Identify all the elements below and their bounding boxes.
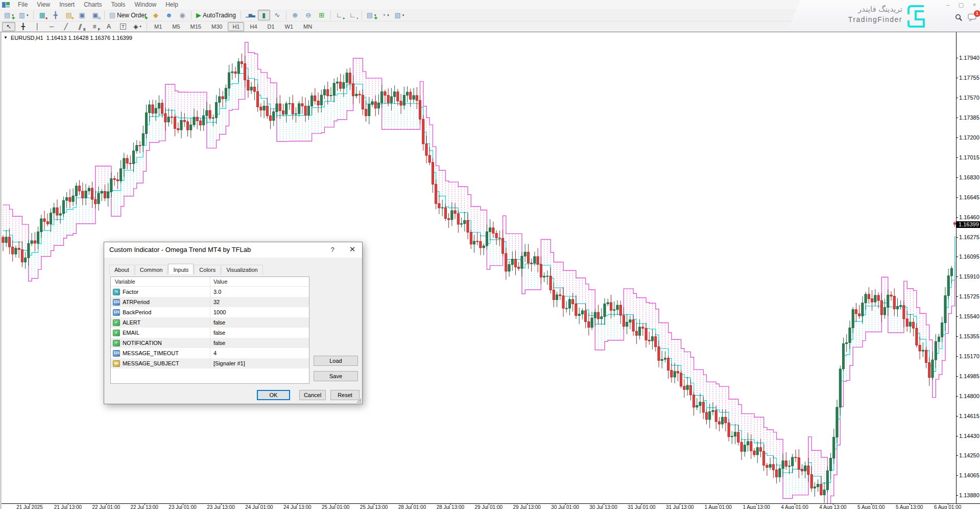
timeframe-w1[interactable]: W1 [280, 22, 298, 31]
bool-type-icon: ✓ [113, 340, 120, 346]
save-button[interactable]: Save [314, 371, 358, 381]
symbol-dropdown-icon[interactable]: ▼ [4, 35, 8, 40]
inputs-table-header: Variable Value [111, 277, 309, 287]
alerts-button[interactable]: ◉ [176, 10, 188, 20]
menu-window[interactable]: Window [130, 1, 161, 8]
crosshair-tool[interactable]: ╋ [16, 22, 30, 31]
close-button[interactable]: × [971, 2, 978, 8]
cancel-button[interactable]: Cancel [299, 390, 326, 400]
tab-common[interactable]: Common [135, 265, 168, 275]
tile-windows-button[interactable]: ⊞ [316, 10, 328, 20]
autotrading-button[interactable]: ▶AutoTrading [194, 10, 238, 20]
value-cell[interactable]: false [210, 328, 309, 338]
bar-chart-mode-icon: ▁▅▃ [246, 13, 255, 17]
auto-scroll-button[interactable]: ∟▪ [347, 10, 359, 20]
input-row-notification[interactable]: ✓NOTIFICATIONfalse [111, 338, 309, 348]
zoom-out-button[interactable]: ⊖ [302, 10, 315, 20]
arrows-tool[interactable]: ◈▾ [131, 22, 144, 31]
resize-grip[interactable] [356, 398, 361, 403]
value-cell[interactable]: [Signaler #1] [210, 358, 309, 368]
chart-shift-button[interactable]: ∟▸ [333, 10, 346, 20]
timeframe-m5[interactable]: M5 [168, 22, 184, 31]
value-cell[interactable]: 4 [210, 348, 309, 358]
time-tick-label: 6 Aug 01:00 [934, 504, 961, 509]
market-watch-button[interactable]: ▦● [36, 10, 49, 20]
reset-button[interactable]: Reset [330, 390, 360, 400]
metaeditor-button[interactable]: ◆ [150, 10, 162, 20]
value-cell[interactable]: false [210, 338, 309, 348]
value-cell[interactable]: 3.0 [210, 287, 309, 297]
text-label-tool[interactable]: T [116, 22, 130, 31]
fibonacci-tool[interactable]: ≡F [88, 22, 101, 31]
candlestick-mode-button[interactable]: ▮ [258, 10, 270, 20]
menu-view[interactable]: View [32, 1, 55, 8]
input-row-factor[interactable]: ½Factor3.0 [111, 287, 309, 297]
zoom-in-button[interactable]: ⊕ [289, 10, 301, 20]
input-row-atrperiod[interactable]: 123ATRPeriod32 [111, 297, 309, 307]
time-axis[interactable]: 21 Jul 202521 Jul 13:0022 Jul 01:0022 Ju… [2, 503, 980, 509]
dialog-help-button[interactable]: ? [324, 242, 341, 258]
restore-button[interactable]: ▢ [958, 2, 965, 8]
bar-chart-mode-button[interactable]: ▁▅▃ [244, 10, 257, 20]
data-window-button[interactable]: ╋ [50, 10, 62, 20]
cursor-tool[interactable]: ↖ [2, 22, 15, 31]
price-tick-label: 1.16460 [959, 214, 979, 220]
menu-file[interactable]: File [13, 1, 32, 8]
input-row-backperiod[interactable]: 123BackPeriod1000 [111, 307, 309, 317]
string-type-icon: ab [113, 360, 120, 367]
strategy-tester-button[interactable]: ▣⊙ [89, 10, 102, 20]
trendline-tool[interactable]: ╱ [59, 22, 73, 31]
time-tick-label: 29 Jul 13:00 [513, 504, 541, 509]
input-row-message_subject[interactable]: abMESSAGE_SUBJECT[Signaler #1] [111, 358, 309, 368]
menu-charts[interactable]: Charts [79, 1, 106, 8]
text-tool[interactable]: A [102, 22, 115, 31]
timeframe-m30[interactable]: M30 [207, 22, 227, 31]
tab-about[interactable]: About [109, 265, 134, 275]
timeframe-h1[interactable]: H1 [228, 22, 244, 31]
terminal-button[interactable]: ▣ [76, 10, 88, 20]
timeframe-m1[interactable]: M1 [150, 22, 166, 31]
navigator-button[interactable]: ▤★ [63, 10, 75, 20]
indicators-button[interactable]: ▤✚▾ [365, 10, 378, 20]
menu-help[interactable]: Help [161, 1, 183, 8]
chat-icon[interactable]: 1 [968, 13, 977, 24]
time-tick-mark [641, 503, 642, 505]
timeframe-h4[interactable]: H4 [245, 22, 261, 31]
dialog-close-button[interactable]: ✕ [343, 242, 362, 258]
tab-colors[interactable]: Colors [194, 265, 221, 275]
community-button[interactable]: ☻ [163, 10, 175, 20]
price-tick-label: 1.14615 [959, 413, 979, 419]
input-row-alert[interactable]: ✓ALERTfalse [111, 317, 309, 328]
time-tick-mark [833, 503, 833, 505]
horizontal-line-tool[interactable]: ─ [45, 22, 58, 31]
value-cell[interactable]: 32 [210, 297, 309, 307]
column-header-variable: Variable [111, 277, 210, 286]
equidistant-channel-tool[interactable]: ∥E [74, 22, 87, 31]
input-row-message_timeout[interactable]: 123MESSAGE_TIMEOUT4 [111, 348, 309, 358]
timeframe-d1[interactable]: D1 [263, 22, 279, 31]
search-icon[interactable] [955, 14, 963, 24]
tab-inputs[interactable]: Inputs [168, 264, 194, 274]
price-tick-label: 1.15170 [959, 353, 979, 359]
time-tick-mark [910, 503, 910, 505]
new-chart-button[interactable]: ▤✚▾ [2, 10, 16, 20]
menu-tools[interactable]: Tools [107, 1, 130, 8]
value-cell[interactable]: 1000 [210, 307, 309, 317]
line-chart-mode-button[interactable]: ∿ [271, 10, 283, 20]
timeframe-m15[interactable]: M15 [186, 22, 206, 31]
price-axis[interactable]: 1.179401.177551.175701.173851.172001.170… [956, 32, 980, 504]
value-cell[interactable]: false [210, 317, 309, 328]
load-button[interactable]: Load [314, 356, 358, 366]
menu-insert[interactable]: Insert [55, 1, 79, 8]
input-row-email[interactable]: ✓EMAILfalse [111, 328, 309, 338]
templates-button[interactable]: ▧▾ [392, 10, 406, 20]
custom-indicator-dialog: Custom Indicator - Omega Trend MT4 by TF… [104, 242, 363, 404]
tab-visualization[interactable]: Visualization [221, 265, 263, 275]
ok-button[interactable]: OK [257, 390, 290, 400]
periods-button[interactable]: ◔▾ [379, 10, 391, 20]
vertical-line-tool[interactable]: │ [31, 22, 44, 31]
timeframe-mn[interactable]: MN [299, 22, 317, 31]
profiles-button[interactable]: ▥▾ [17, 10, 31, 20]
new-order-button[interactable]: ▤✚New Order [107, 10, 149, 20]
minimize-button[interactable]: – [944, 2, 951, 8]
